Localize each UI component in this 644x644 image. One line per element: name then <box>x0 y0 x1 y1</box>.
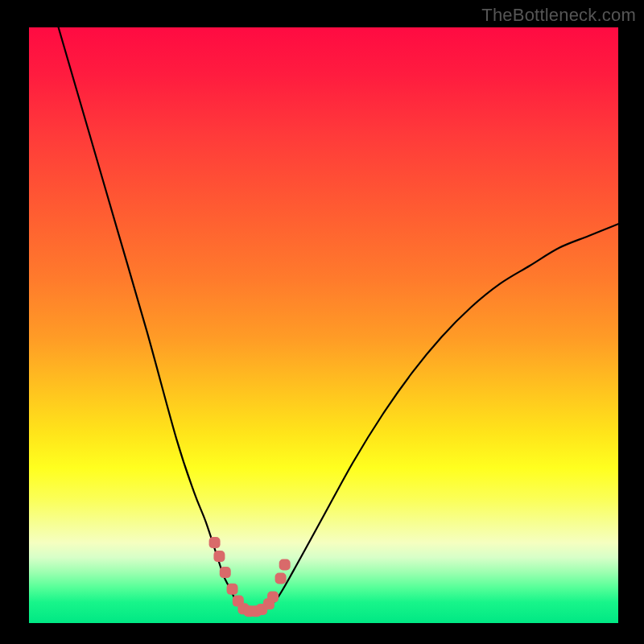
marker-dot <box>267 591 279 602</box>
chart-frame: TheBottleneck.com <box>0 0 644 644</box>
plot-area <box>29 27 618 623</box>
marker-dot <box>213 551 225 562</box>
bottleneck-curve <box>59 27 618 611</box>
marker-dot <box>209 537 221 548</box>
highlight-markers <box>209 537 291 617</box>
marker-dot <box>220 567 231 578</box>
watermark-text: TheBottleneck.com <box>481 5 636 26</box>
marker-dot <box>279 559 291 570</box>
curve-svg <box>29 27 618 623</box>
marker-dot <box>227 584 238 595</box>
marker-dot <box>275 573 287 584</box>
